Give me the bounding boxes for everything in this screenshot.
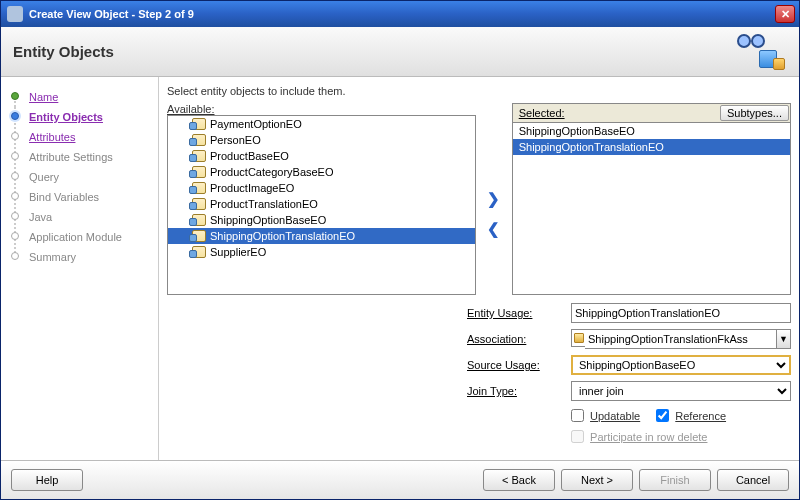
- available-item[interactable]: ProductCategoryBaseEO: [168, 164, 475, 180]
- header-decoration: [731, 32, 791, 72]
- updatable-checkbox-label[interactable]: Updatable: [571, 407, 640, 422]
- app-icon: [7, 6, 23, 22]
- title-bar: Create View Object - Step 2 of 9 ✕: [1, 1, 799, 27]
- association-dropdown-button[interactable]: ▼: [777, 329, 791, 349]
- page-header: Entity Objects: [1, 27, 799, 77]
- entity-icon: [192, 166, 206, 178]
- available-item-label: ProductBaseEO: [210, 150, 289, 162]
- association-label: Association:: [467, 333, 563, 345]
- wizard-step-label[interactable]: Name: [29, 91, 58, 103]
- reference-checkbox[interactable]: [656, 409, 669, 422]
- selected-list[interactable]: ShippingOptionBaseEOShippingOptionTransl…: [512, 122, 791, 295]
- available-item-label: ProductCategoryBaseEO: [210, 166, 334, 178]
- available-list[interactable]: PaymentOptionEOPersonEOProductBaseEOProd…: [167, 115, 476, 295]
- available-item[interactable]: PaymentOptionEO: [168, 116, 475, 132]
- next-button[interactable]: Next >: [561, 469, 633, 491]
- available-item-label: ProductImageEO: [210, 182, 294, 194]
- available-item-label: ShippingOptionBaseEO: [210, 214, 326, 226]
- wizard-step-7: Application Module: [1, 227, 154, 247]
- entity-icon: [192, 214, 206, 226]
- available-item-label: ShippingOptionTranslationEO: [210, 230, 355, 242]
- entity-usage-label: Entity Usage:: [467, 307, 563, 319]
- entity-usage-field[interactable]: [571, 303, 791, 323]
- source-usage-select[interactable]: ShippingOptionBaseEO: [571, 355, 791, 375]
- participate-checkbox: [571, 430, 584, 443]
- wizard-step-2[interactable]: Attributes: [1, 127, 154, 147]
- wizard-step-label[interactable]: Entity Objects: [29, 111, 103, 123]
- available-item[interactable]: ShippingOptionBaseEO: [168, 212, 475, 228]
- entity-icon: [192, 246, 206, 258]
- participate-checkbox-label: Participate in row delete: [571, 428, 707, 443]
- wizard-step-4: Query: [1, 167, 154, 187]
- join-type-select[interactable]: inner join: [571, 381, 791, 401]
- wizard-step-label: Bind Variables: [29, 191, 99, 203]
- shuttle-controls: ❯ ❮: [482, 103, 506, 295]
- entity-icon: [192, 182, 206, 194]
- updatable-checkbox[interactable]: [571, 409, 584, 422]
- available-item[interactable]: ProductImageEO: [168, 180, 475, 196]
- wizard-nav: NameEntity ObjectsAttributesAttribute Se…: [1, 77, 159, 460]
- wizard-step-label: Summary: [29, 251, 76, 263]
- instruction-text: Select entity objects to include them.: [167, 85, 791, 97]
- available-item-label: ProductTranslationEO: [210, 198, 318, 210]
- wizard-step-label: Java: [29, 211, 52, 223]
- reference-checkbox-label[interactable]: Reference: [656, 407, 726, 422]
- selected-item[interactable]: ShippingOptionTranslationEO: [513, 139, 790, 155]
- move-left-button[interactable]: ❮: [484, 220, 504, 238]
- wizard-step-6: Java: [1, 207, 154, 227]
- source-usage-label: Source Usage:: [467, 359, 563, 371]
- available-item[interactable]: PersonEO: [168, 132, 475, 148]
- available-item[interactable]: ProductTranslationEO: [168, 196, 475, 212]
- window-title: Create View Object - Step 2 of 9: [29, 8, 775, 20]
- available-item-label: SupplierEO: [210, 246, 266, 258]
- available-item[interactable]: ProductBaseEO: [168, 148, 475, 164]
- move-right-button[interactable]: ❯: [484, 190, 504, 208]
- entity-icon: [192, 118, 206, 130]
- entity-icon: [192, 134, 206, 146]
- selected-item[interactable]: ShippingOptionBaseEO: [513, 123, 790, 139]
- wizard-step-label: Application Module: [29, 231, 122, 243]
- subtypes-button[interactable]: Subtypes...: [720, 105, 789, 121]
- entity-icon: [192, 230, 206, 242]
- available-item-label: PersonEO: [210, 134, 261, 146]
- association-icon: [571, 329, 585, 347]
- join-type-label: Join Type:: [467, 385, 563, 397]
- association-field[interactable]: [585, 329, 777, 349]
- entity-icon: [192, 198, 206, 210]
- wizard-step-8: Summary: [1, 247, 154, 267]
- available-label: Available:: [167, 103, 476, 115]
- page-title: Entity Objects: [13, 43, 114, 60]
- close-button[interactable]: ✕: [775, 5, 795, 23]
- wizard-step-5: Bind Variables: [1, 187, 154, 207]
- available-item[interactable]: ShippingOptionTranslationEO: [168, 228, 475, 244]
- available-item-label: PaymentOptionEO: [210, 118, 302, 130]
- back-button[interactable]: < Back: [483, 469, 555, 491]
- finish-button[interactable]: Finish: [639, 469, 711, 491]
- entity-icon: [192, 150, 206, 162]
- wizard-step-3: Attribute Settings: [1, 147, 154, 167]
- help-button[interactable]: Help: [11, 469, 83, 491]
- wizard-step-label[interactable]: Attributes: [29, 131, 75, 143]
- selected-label: Selected:: [513, 104, 719, 122]
- wizard-step-label: Query: [29, 171, 59, 183]
- wizard-step-label: Attribute Settings: [29, 151, 113, 163]
- wizard-step-1[interactable]: Entity Objects: [1, 107, 154, 127]
- wizard-step-0[interactable]: Name: [1, 87, 154, 107]
- available-item[interactable]: SupplierEO: [168, 244, 475, 260]
- cancel-button[interactable]: Cancel: [717, 469, 789, 491]
